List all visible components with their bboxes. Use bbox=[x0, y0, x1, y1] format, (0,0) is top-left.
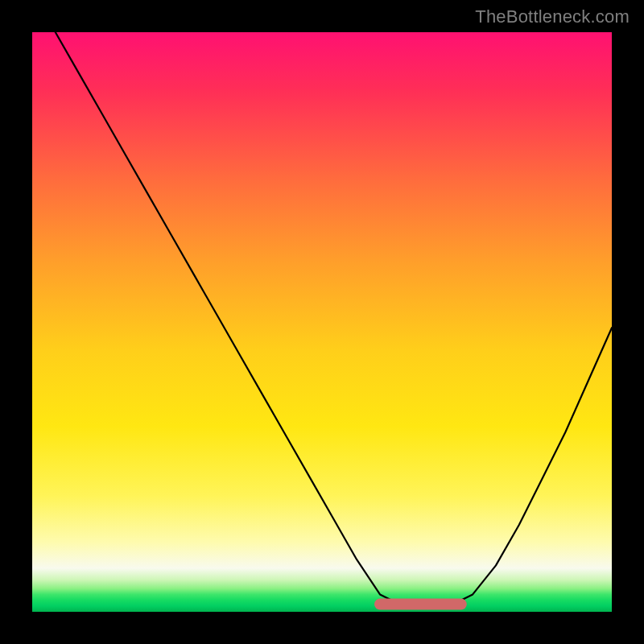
chart-frame: TheBottleneck.com bbox=[0, 0, 644, 644]
plot-area bbox=[32, 32, 612, 612]
heat-gradient-background bbox=[32, 32, 612, 612]
attribution-label: TheBottleneck.com bbox=[475, 6, 630, 27]
